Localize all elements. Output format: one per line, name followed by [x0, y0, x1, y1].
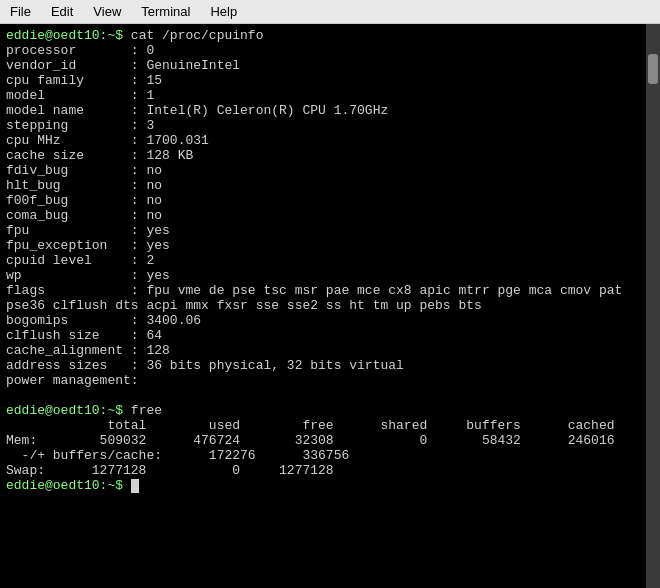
scrollbar[interactable]: [646, 24, 660, 588]
cmd1-text: cat /proc/cpuinfo: [131, 28, 264, 43]
terminal-window: File Edit View Terminal Help eddie@oedt1…: [0, 0, 660, 588]
terminal-output: eddie@oedt10:~$ cat /proc/cpuinfo proces…: [6, 28, 654, 584]
scrollbar-thumb[interactable]: [648, 54, 658, 84]
free-header-line: total used free shared buffers cached: [6, 418, 615, 433]
cmd2-text: free: [131, 403, 162, 418]
prompt-line3: eddie@oedt10:~$: [6, 478, 139, 493]
free-mem-line: Mem: 509032 476724 32308 0 58432 246016: [6, 433, 615, 448]
menu-edit[interactable]: Edit: [45, 2, 79, 21]
menubar: File Edit View Terminal Help: [0, 0, 660, 24]
prompt2-text: eddie@oedt10:~$: [6, 403, 123, 418]
menu-help[interactable]: Help: [204, 2, 243, 21]
cursor: [131, 479, 139, 493]
prompt3-text: eddie@oedt10:~$: [6, 478, 123, 493]
menu-file[interactable]: File: [4, 2, 37, 21]
prompt-line2: eddie@oedt10:~$ free: [6, 403, 162, 418]
menu-view[interactable]: View: [87, 2, 127, 21]
prompt1-text: eddie@oedt10:~$: [6, 28, 123, 43]
terminal-body[interactable]: eddie@oedt10:~$ cat /proc/cpuinfo proces…: [0, 24, 660, 588]
free-buffers-line: -/+ buffers/cache: 172276 336756: [6, 448, 349, 463]
cpuinfo-output: processor : 0 vendor_id : GenuineIntel c…: [6, 43, 622, 388]
free-swap-line: Swap: 1277128 0 1277128: [6, 463, 334, 478]
menu-terminal[interactable]: Terminal: [135, 2, 196, 21]
prompt-line1: eddie@oedt10:~$ cat /proc/cpuinfo: [6, 28, 263, 43]
